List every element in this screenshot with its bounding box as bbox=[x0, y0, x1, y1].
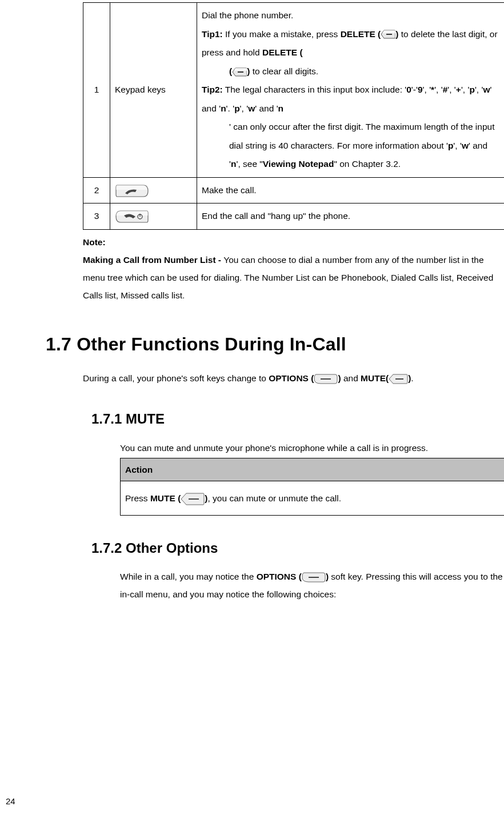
t2b20: n bbox=[278, 103, 283, 113]
note-label: Note: bbox=[83, 237, 106, 247]
mute-action-table: Action Press MUTE (), you can mute or un… bbox=[120, 458, 504, 516]
s17mute: MUTE( bbox=[361, 373, 389, 383]
delete-key-icon bbox=[381, 30, 395, 39]
t2b7: ', ' bbox=[447, 85, 456, 94]
end-call-key-icon bbox=[115, 209, 149, 225]
section-1-7-intro: During a call, your phone's soft keys ch… bbox=[83, 370, 504, 386]
delete-key-icon bbox=[232, 67, 247, 77]
t2b29: " on Chapter 3.2. bbox=[334, 159, 401, 169]
note-block: Note: Making a Call from Number List - Y… bbox=[83, 233, 504, 304]
t2b15: '. ' bbox=[226, 103, 235, 113]
section-1-7-1-heading: 1.7.1 MUTE bbox=[91, 406, 498, 432]
sec171-intro: You can mute and unmute your phone's mic… bbox=[120, 439, 504, 457]
s17e: . bbox=[411, 373, 413, 383]
tip2-label: Tip2: bbox=[202, 85, 223, 94]
s171mute: MUTE ( bbox=[150, 493, 181, 503]
mute-key-icon bbox=[181, 493, 205, 505]
t2b5: ', ' bbox=[434, 85, 443, 94]
tip1-delete1: DELETE ( bbox=[341, 29, 381, 39]
row1-line1: Dial the phone number. bbox=[202, 10, 293, 20]
tip1-e: to clear all digits. bbox=[250, 66, 318, 76]
row2-num: 2 bbox=[83, 177, 110, 204]
tip1-delete2: DELETE ( bbox=[262, 47, 303, 57]
svg-rect-0 bbox=[386, 34, 392, 35]
svg-rect-6 bbox=[189, 498, 199, 500]
note-lead: Making a Call from Number List - bbox=[83, 255, 223, 265]
mute-key-icon bbox=[389, 374, 408, 384]
t2b11: ', ' bbox=[475, 85, 483, 94]
s171a: Press bbox=[125, 493, 150, 503]
t2b0: 0 bbox=[406, 85, 411, 94]
t2b12: w bbox=[483, 85, 490, 94]
t2b6: # bbox=[443, 85, 448, 94]
s172opt: OPTIONS ( bbox=[257, 572, 302, 581]
t2b9: ', ' bbox=[461, 85, 470, 94]
section-1-7-heading: 1.7 Other Functions During In-Call bbox=[46, 327, 498, 362]
t2b19: ' and ' bbox=[255, 103, 278, 113]
sec172-body: While in a call, you may notice the OPTI… bbox=[120, 568, 504, 603]
t2b22: p bbox=[448, 141, 453, 150]
t2b17: ', ' bbox=[240, 103, 249, 113]
row1-desc: Dial the phone number. Tip1: If you make… bbox=[197, 3, 505, 178]
row2-desc: Make the call. bbox=[197, 177, 505, 204]
s17a: During a call, your phone's soft keys ch… bbox=[83, 373, 269, 383]
row1-label: Keypad keys bbox=[110, 3, 197, 178]
t2b18: w bbox=[248, 103, 255, 113]
section-1-7-2-heading: 1.7.2 Other Options bbox=[91, 535, 498, 561]
action-header: Action bbox=[121, 458, 505, 481]
options-key-icon bbox=[302, 572, 326, 583]
row3-desc: End the call and "hang up" the phone. bbox=[197, 204, 505, 230]
row1-num: 1 bbox=[83, 3, 110, 178]
tip1-a: If you make a mistake, press bbox=[223, 29, 341, 39]
svg-rect-4 bbox=[321, 378, 331, 380]
t2b14: n bbox=[221, 103, 226, 113]
options-key-icon bbox=[314, 373, 338, 385]
row3-icon-cell bbox=[110, 204, 197, 230]
page-number: 24 bbox=[6, 793, 15, 810]
t2b1: '-' bbox=[411, 85, 418, 94]
t2b10: p bbox=[469, 85, 474, 94]
t2b8: + bbox=[456, 85, 461, 94]
t2b2: 9 bbox=[418, 85, 423, 94]
svg-rect-5 bbox=[395, 378, 403, 380]
t2b27: ', see " bbox=[236, 159, 262, 169]
t2b28: Viewing Notepad bbox=[263, 159, 334, 169]
keypad-steps-table: 1 Keypad keys Dial the phone number. Tip… bbox=[83, 2, 504, 230]
svg-rect-1 bbox=[238, 71, 243, 73]
t2a: The legal characters in this input box i… bbox=[223, 85, 406, 94]
svg-rect-7 bbox=[309, 577, 319, 578]
tip1-label: Tip1: bbox=[202, 29, 223, 39]
t2b24: w bbox=[462, 141, 469, 150]
s171c: , you can mute or unmute the call. bbox=[208, 493, 341, 503]
row3-num: 3 bbox=[83, 204, 110, 230]
t2b23: ', ' bbox=[453, 141, 462, 150]
action-row: Press MUTE (), you can mute or unmute th… bbox=[121, 481, 505, 515]
t2b3: ', ' bbox=[423, 85, 431, 94]
s17opt: OPTIONS ( bbox=[269, 373, 314, 383]
t2b16: p bbox=[234, 103, 239, 113]
s17c: and bbox=[341, 373, 361, 383]
s172a: While in a call, you may notice the bbox=[120, 572, 257, 581]
row2-icon-cell bbox=[110, 177, 197, 204]
call-key-icon bbox=[115, 183, 149, 199]
